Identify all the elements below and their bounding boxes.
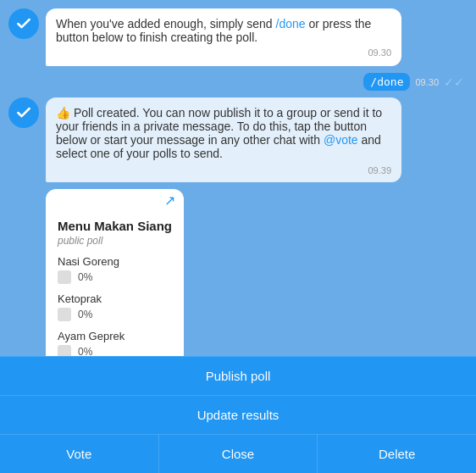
done-link-1[interactable]: /done <box>276 17 306 31</box>
delete-button[interactable]: Delete <box>317 434 476 473</box>
done-checkmark-icon: ✓✓ <box>444 75 464 89</box>
bubble-3: 👍 Poll created. You can now publish it t… <box>46 97 401 182</box>
publish-poll-button[interactable]: Publish poll <box>0 356 476 395</box>
poll-option-3-name: Ayam Geprek <box>58 330 172 342</box>
poll-bar-bg-1 <box>58 270 71 284</box>
share-icon: ↗ <box>164 192 175 209</box>
bubble-1: When you've added enough, simply send /d… <box>46 8 401 66</box>
close-button[interactable]: Close <box>158 434 318 473</box>
poll-option-1: Nasi Goreng 0% <box>58 255 172 284</box>
poll-option-3: Ayam Geprek 0% <box>58 330 172 359</box>
done-timestamp: 09.30 <box>415 77 439 87</box>
msg1-timestamp: 09.30 <box>56 47 391 58</box>
chat-area: When you've added enough, simply send /d… <box>0 0 476 404</box>
poll-bar-bg-2 <box>58 308 71 321</box>
poll-option-1-pct: 0% <box>78 271 92 283</box>
bot-avatar-1 <box>8 8 39 39</box>
message-row-1: When you've added enough, simply send /d… <box>8 8 468 66</box>
vote-link[interactable]: @vote <box>324 133 358 147</box>
poll-option-2-bar: 0% <box>58 308 172 321</box>
poll-type: public poll <box>58 235 172 247</box>
update-results-button[interactable]: Update results <box>0 395 476 434</box>
action-buttons: Publish poll Update results Vote Close D… <box>0 356 476 473</box>
bot-avatar-3 <box>8 97 39 128</box>
msg3-timestamp: 09.39 <box>56 165 391 175</box>
done-tag: /done <box>363 73 410 91</box>
poll-option-2: Ketoprak 0% <box>58 292 172 321</box>
share-icon-wrap: ↗ <box>46 189 184 209</box>
done-row: /done 09.30 ✓✓ <box>8 73 468 91</box>
bottom-button-row: Vote Close Delete <box>0 434 476 473</box>
poll-option-1-name: Nasi Goreng <box>58 255 172 268</box>
vote-button[interactable]: Vote <box>0 434 158 473</box>
msg1-text-before: When you've added enough, simply send <box>56 17 276 31</box>
poll-option-2-pct: 0% <box>78 309 92 320</box>
message-row-3: 👍 Poll created. You can now publish it t… <box>8 97 468 182</box>
poll-option-1-bar: 0% <box>58 270 172 284</box>
poll-title: Menu Makan Siang <box>58 219 172 233</box>
poll-option-2-name: Ketoprak <box>58 292 172 305</box>
